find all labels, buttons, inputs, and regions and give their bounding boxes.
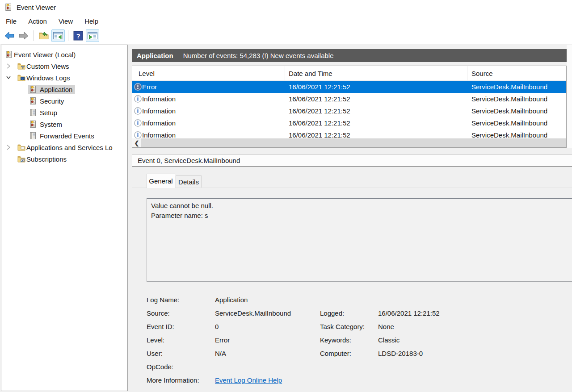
event-datetime: 16/06/2021 12:21:52 <box>289 131 350 139</box>
property-value: None <box>378 323 571 330</box>
property-value: 0 <box>215 323 320 330</box>
event-datetime: 16/06/2021 12:21:52 <box>289 119 350 127</box>
event-description-box[interactable]: Value cannot be null. Parameter name: s <box>147 198 572 282</box>
console-tree-icon <box>53 31 63 40</box>
subscriptions-folder-icon <box>17 155 25 163</box>
tree-item-application[interactable]: Application <box>1 83 127 95</box>
property-value: Application <box>215 296 320 304</box>
event-list-header: Level Date and Time Source <box>132 66 566 81</box>
event-level: Information <box>142 95 176 103</box>
property-row: Event ID: 0 Task Category: None <box>147 320 571 333</box>
property-label: Task Category: <box>320 323 378 330</box>
forward-arrow-icon <box>18 31 29 40</box>
setup-log-icon <box>29 109 37 116</box>
property-row: Level: Error Keywords: Classic <box>147 333 571 346</box>
property-value: Error <box>215 336 320 344</box>
apps-services-folder-icon <box>17 144 25 151</box>
back-button[interactable] <box>3 29 16 42</box>
tree-item-applications-and-services[interactable]: Applications and Services Lo <box>1 142 127 153</box>
event-row[interactable]: Information 16/06/2021 12:21:52 ServiceD… <box>132 93 566 105</box>
export-folder-icon <box>38 31 49 40</box>
help-icon: ? <box>73 31 83 41</box>
column-header-date[interactable]: Date and Time <box>285 66 467 80</box>
property-value: 16/06/2021 12:21:52 <box>378 309 571 317</box>
chevron-right-icon[interactable] <box>5 63 12 70</box>
column-header-level[interactable]: Level <box>132 66 285 80</box>
menu-view[interactable]: View <box>53 16 79 27</box>
console-tree-pane: Event Viewer (Local) Custom Views Window… <box>1 45 128 391</box>
tree-item-subscriptions[interactable]: Subscriptions <box>1 153 127 165</box>
event-datetime: 16/06/2021 12:21:52 <box>289 107 350 115</box>
event-log-online-help-link[interactable]: Event Log Online Help <box>215 376 282 384</box>
title-bar: Event Viewer <box>0 0 572 14</box>
information-level-icon <box>134 131 142 139</box>
property-row: OpCode: <box>147 360 571 373</box>
chevron-down-icon[interactable] <box>5 74 12 81</box>
tree-item-windows-logs[interactable]: Windows Logs <box>1 72 127 83</box>
window-title: Event Viewer <box>17 4 56 11</box>
event-viewer-app-icon <box>4 4 13 11</box>
toolbar-separator <box>34 30 34 41</box>
event-description-line: Parameter name: s <box>151 211 568 221</box>
show-console-tree-button[interactable] <box>51 29 65 42</box>
tree-item-label: Custom Views <box>26 63 69 70</box>
tree-item-security[interactable]: Security <box>1 95 127 107</box>
property-label: Log Name: <box>147 296 215 304</box>
event-viewer-icon <box>5 51 13 58</box>
chevron-right-icon[interactable] <box>5 144 12 151</box>
event-row[interactable]: Error 16/06/2021 12:21:52 ServiceDesk.Ma… <box>132 81 566 93</box>
event-source: ServiceDesk.MailInbound <box>471 119 547 127</box>
menu-file[interactable]: File <box>0 16 22 27</box>
vertical-scrollbar-track[interactable] <box>567 45 572 148</box>
scroll-left-button[interactable]: ❮ <box>132 138 141 147</box>
event-level: Information <box>142 107 176 115</box>
tree-item-forwarded-events[interactable]: Forwarded Events <box>1 130 127 142</box>
chevron-spacer <box>5 155 12 163</box>
tree-item-event-viewer-local[interactable]: Event Viewer (Local) <box>1 49 127 60</box>
menu-help[interactable]: Help <box>79 16 104 27</box>
property-label: Source: <box>147 309 215 317</box>
tree-item-setup[interactable]: Setup <box>1 107 127 118</box>
event-detail-pane: Event 0, ServiceDesk.MailInbound General… <box>132 154 572 392</box>
event-list: Level Date and Time Source Error 16/06/2… <box>132 66 567 148</box>
property-row: Source: ServiceDesk.MailInbound Logged: … <box>147 306 571 320</box>
tree-item-label: Application <box>40 86 72 93</box>
tab-page-border <box>132 188 572 188</box>
information-level-icon <box>134 119 142 127</box>
tab-general[interactable]: General <box>147 174 175 188</box>
menu-action[interactable]: Action <box>22 16 53 27</box>
svg-text:?: ? <box>76 32 80 40</box>
event-datetime: 16/06/2021 12:21:52 <box>289 95 350 103</box>
tree-item-custom-views[interactable]: Custom Views <box>1 60 127 72</box>
event-detail-title-text: Event 0, ServiceDesk.MailInbound <box>138 157 240 164</box>
property-value: Classic <box>378 336 571 344</box>
event-row[interactable]: Information 16/06/2021 12:21:52 ServiceD… <box>132 129 566 139</box>
windows-logs-folder-icon <box>17 74 25 81</box>
system-log-icon <box>29 121 37 128</box>
event-row[interactable]: Information 16/06/2021 12:21:52 ServiceD… <box>132 117 566 129</box>
event-row[interactable]: Information 16/06/2021 12:21:52 ServiceD… <box>132 105 566 117</box>
event-source: ServiceDesk.MailInbound <box>471 131 547 139</box>
column-header-source[interactable]: Source <box>467 66 566 80</box>
log-name-title: Application <box>137 52 173 59</box>
tree-item-label: System <box>40 121 62 128</box>
tree-item-label: Subscriptions <box>26 155 67 163</box>
event-properties: Log Name: Application Source: ServiceDes… <box>147 293 571 387</box>
show-action-pane-button[interactable] <box>86 29 99 42</box>
error-level-icon <box>134 83 142 91</box>
tree-item-system[interactable]: System <box>1 118 127 130</box>
export-button[interactable] <box>37 29 50 42</box>
help-button[interactable]: ? <box>72 29 85 42</box>
tab-details[interactable]: Details <box>176 175 202 188</box>
forward-button[interactable] <box>17 29 30 42</box>
event-level: Information <box>142 131 176 139</box>
tree-item-label: Windows Logs <box>26 74 70 82</box>
security-log-icon <box>29 97 37 104</box>
toolbar-separator <box>68 30 68 41</box>
property-value: N/A <box>215 350 320 357</box>
horizontal-scrollbar[interactable]: ❮ <box>132 138 566 147</box>
tree-item-label: Forwarded Events <box>40 132 94 140</box>
application-log-icon <box>29 86 37 93</box>
event-source: ServiceDesk.MailInbound <box>471 107 547 115</box>
log-header-bar: Application Number of events: 54,283 (!)… <box>132 49 567 62</box>
